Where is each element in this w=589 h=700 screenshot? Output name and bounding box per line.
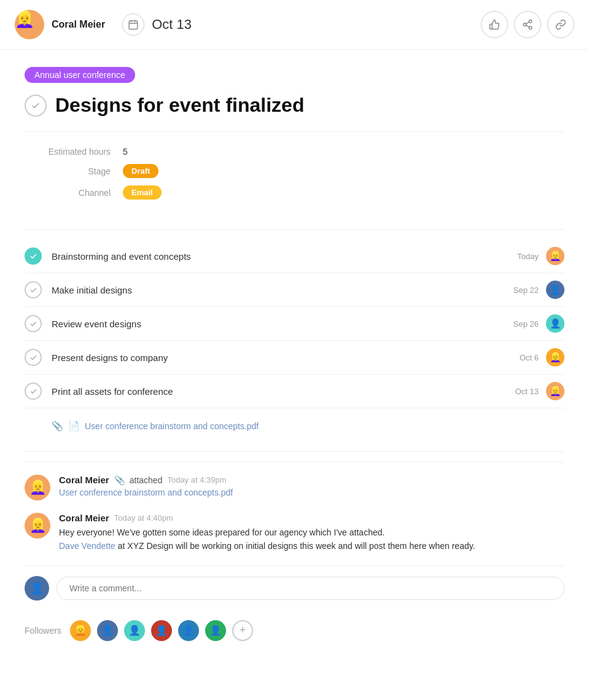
subtask-avatar-3: 👤 <box>546 314 564 333</box>
meta-estimated-hours: Estimated hours 5 <box>25 147 564 157</box>
subtask-name-1: Brainstorming and event concepts <box>52 251 517 262</box>
file-icon: 📄 <box>68 421 80 432</box>
subtasks-section: Brainstorming and event concepts Today 👱… <box>25 239 564 408</box>
subtask-avatar-1: 👱‍♀️ <box>546 247 564 265</box>
comment-header-2: Coral Meier Today at 4:40pm <box>59 513 564 523</box>
followers-label: Followers <box>25 626 61 636</box>
subtask-date-5: Oct 13 <box>515 387 539 396</box>
current-user-avatar: 👤 <box>25 576 49 601</box>
follower-avatar-1[interactable]: 👱 <box>70 620 91 641</box>
meta-section: Estimated hours 5 Stage Draft Channel Em… <box>25 142 564 219</box>
svg-rect-0 <box>129 21 138 29</box>
comment-time-2: Today at 4:40pm <box>114 513 173 523</box>
subtask-date-4: Oct 6 <box>520 353 539 362</box>
svg-line-7 <box>526 25 529 27</box>
task-title: Designs for event finalized <box>55 94 304 117</box>
subtask-row[interactable]: Review event designs Sep 26 👤 <box>25 307 564 341</box>
mention-link-dave[interactable]: Dave Vendette <box>59 541 115 551</box>
subtask-row[interactable]: Print all assets for conference Oct 13 👱… <box>25 375 564 408</box>
add-follower-button[interactable]: + <box>232 620 253 641</box>
subtask-row[interactable]: Present designs to company Oct 6 👱‍♀️ <box>25 341 564 375</box>
channel-label: Channel <box>25 188 123 198</box>
subtask-row[interactable]: Make initial designs Sep 22 👤 <box>25 273 564 307</box>
subtask-avatar-5: 👱‍♀️ <box>546 382 564 400</box>
subtask-avatar-4: 👱‍♀️ <box>546 348 564 367</box>
comment-avatar-2: 👱‍♀️ <box>25 513 50 539</box>
estimated-hours-value: 5 <box>123 147 128 157</box>
subtask-check-3[interactable] <box>25 315 42 332</box>
user-avatar[interactable]: 👱‍♀️ <box>15 10 44 39</box>
meta-stage: Stage Draft <box>25 164 564 178</box>
divider-2 <box>25 229 564 230</box>
comment-header-1: Coral Meier 📎 attached Today at 4:39pm <box>59 475 564 485</box>
subtask-row[interactable]: Brainstorming and event concepts Today 👱… <box>25 239 564 273</box>
project-tag[interactable]: Annual user conference <box>25 67 135 83</box>
comment-time-1: Today at 4:39pm <box>167 475 226 484</box>
header: 👱‍♀️ Coral Meier Oct 13 <box>0 0 589 50</box>
calendar-icon[interactable] <box>122 14 144 36</box>
comment-avatar-1: 👱‍♀️ <box>25 475 50 500</box>
task-attachment-link[interactable]: User conference brainstorm and concepts.… <box>85 421 259 431</box>
subtask-check-1[interactable] <box>25 247 42 265</box>
subtask-name-4: Present designs to company <box>52 352 520 363</box>
divider-3 <box>25 451 564 452</box>
follower-avatar-5[interactable]: 👤 <box>178 620 199 641</box>
comment-action-1: attached <box>130 475 163 485</box>
estimated-hours-label: Estimated hours <box>25 147 123 157</box>
divider-1 <box>25 131 564 132</box>
subtask-check-4[interactable] <box>25 349 42 366</box>
followers-row: Followers 👱 👤 👤 👤 👤 👤 + <box>25 610 564 651</box>
link-button[interactable] <box>547 11 574 38</box>
subtask-name-5: Print all assets for conference <box>52 386 515 397</box>
svg-point-5 <box>523 23 526 26</box>
header-date: Oct 13 <box>152 17 192 33</box>
svg-point-4 <box>529 20 532 23</box>
header-actions <box>481 11 574 38</box>
share-button[interactable] <box>514 11 541 38</box>
follower-avatar-3[interactable]: 👤 <box>124 620 145 641</box>
task-attachment-row: 📎 📄 User conference brainstorm and conce… <box>25 413 564 441</box>
like-button[interactable] <box>481 11 508 38</box>
svg-line-8 <box>526 22 529 24</box>
comment-entry-1: 👱‍♀️ Coral Meier 📎 attached Today at 4:3… <box>25 475 564 500</box>
task-complete-toggle[interactable] <box>25 95 47 117</box>
follower-avatar-2[interactable]: 👤 <box>97 620 118 641</box>
comment-body-1: Coral Meier 📎 attached Today at 4:39pm U… <box>59 475 564 500</box>
subtask-name-3: Review event designs <box>52 319 513 329</box>
follower-avatar-6[interactable]: 👤 <box>205 620 226 641</box>
subtask-check-2[interactable] <box>25 281 42 298</box>
subtask-date-3: Sep 26 <box>513 319 539 329</box>
user-name: Coral Meier <box>52 19 105 30</box>
paperclip-icon: 📎 <box>52 421 63 432</box>
channel-badge[interactable]: Email <box>123 185 162 200</box>
title-row: Designs for event finalized <box>25 94 564 117</box>
comment-author-1: Coral Meier <box>59 475 109 485</box>
meta-channel: Channel Email <box>25 185 564 200</box>
stage-label: Stage <box>25 166 123 176</box>
comment-input[interactable] <box>57 577 564 600</box>
svg-point-6 <box>529 26 532 29</box>
subtask-name-2: Make initial designs <box>52 285 513 295</box>
comment-attachment-link-1[interactable]: User conference brainstorm and concepts.… <box>59 488 564 497</box>
main-content: Annual user conference Designs for event… <box>0 50 589 668</box>
comment-author-2: Coral Meier <box>59 513 109 523</box>
comment-input-row: 👤 <box>25 566 564 610</box>
subtask-date-2: Sep 22 <box>513 286 539 295</box>
subtask-check-5[interactable] <box>25 383 42 400</box>
comment-text-2: Hey everyone! We've gotten some ideas pr… <box>59 526 564 553</box>
follower-avatar-4[interactable]: 👤 <box>151 620 172 641</box>
comment-entry-2: 👱‍♀️ Coral Meier Today at 4:40pm Hey eve… <box>25 513 564 553</box>
subtask-avatar-2: 👤 <box>546 281 564 299</box>
attach-icon-1: 📎 <box>114 475 125 485</box>
comments-section: 👱‍♀️ Coral Meier 📎 attached Today at 4:3… <box>25 462 564 651</box>
stage-badge[interactable]: Draft <box>123 164 158 178</box>
subtask-date-1: Today <box>517 252 539 261</box>
comment-body-2: Coral Meier Today at 4:40pm Hey everyone… <box>59 513 564 553</box>
